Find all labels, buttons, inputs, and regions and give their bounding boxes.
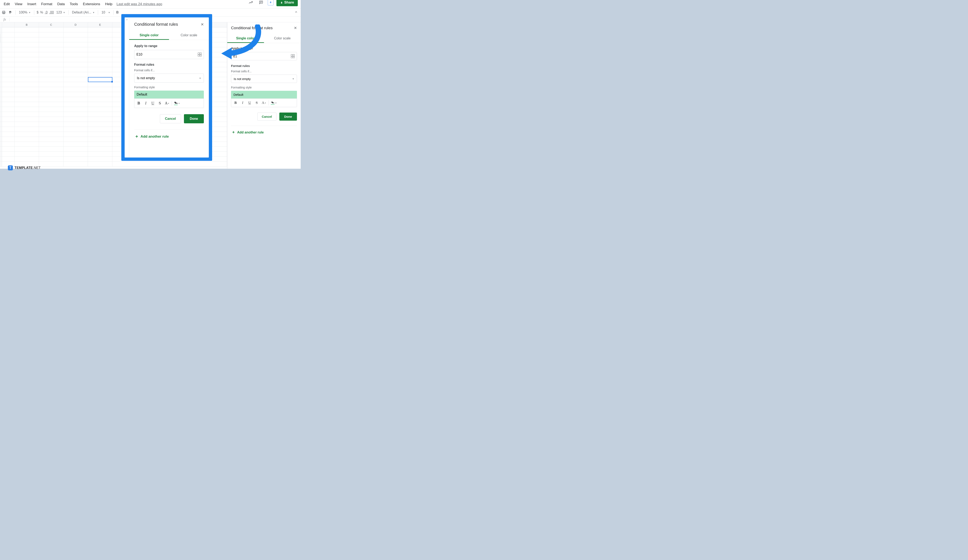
- font-dropdown[interactable]: Default (Ari... ▼: [71, 11, 95, 14]
- range-input-row: [134, 50, 204, 59]
- bold-button[interactable]: B: [232, 100, 239, 106]
- done-button[interactable]: Done: [184, 114, 204, 123]
- fill-color-button[interactable]: ▾: [270, 100, 277, 106]
- fx-icon[interactable]: fx: [0, 18, 10, 21]
- svg-point-6: [273, 102, 274, 103]
- italic-button[interactable]: I: [143, 100, 149, 106]
- range-input-row: [231, 52, 297, 60]
- done-button[interactable]: Done: [279, 112, 297, 121]
- caret-down-icon: ▼: [28, 12, 31, 14]
- last-edit-link[interactable]: Last edit was 24 minutes ago: [116, 2, 162, 6]
- range-input[interactable]: [136, 53, 198, 56]
- tab-single-color[interactable]: Single color: [129, 31, 169, 40]
- menu-view[interactable]: View: [15, 2, 22, 6]
- condition-value: Is not empty: [234, 77, 251, 81]
- menu-edit[interactable]: Edit: [4, 2, 10, 6]
- scrollbar[interactable]: [0, 33, 0, 43]
- trend-icon[interactable]: [247, 0, 254, 6]
- column-header-c[interactable]: C: [39, 22, 63, 27]
- bold-button[interactable]: B: [116, 11, 119, 14]
- column-header[interactable]: [2, 22, 15, 27]
- share-button[interactable]: Share: [277, 0, 298, 6]
- zoom-dropdown[interactable]: 100% ▼: [18, 11, 31, 14]
- brand-icon: T: [8, 165, 13, 170]
- caret-down-icon: ▼: [63, 12, 65, 14]
- panel-title: Conditional format rules: [231, 26, 273, 30]
- increase-decimal-button[interactable]: .00: [49, 11, 54, 14]
- number-format-label: 123: [56, 11, 62, 14]
- select-range-icon[interactable]: [291, 54, 295, 58]
- toolbar-collapse-button[interactable]: [295, 10, 300, 15]
- italic-button[interactable]: I: [240, 100, 246, 106]
- text-color-button[interactable]: A▾: [261, 100, 267, 106]
- style-preview: Default: [231, 91, 297, 98]
- strikethrough-button[interactable]: S: [157, 100, 163, 106]
- caret-down-icon: ▼: [93, 12, 95, 14]
- select-all-corner[interactable]: [0, 22, 2, 27]
- tab-color-scale[interactable]: Color scale: [264, 35, 301, 43]
- text-color-button[interactable]: A▾: [164, 100, 170, 106]
- format-rules-label: Format rules: [231, 64, 297, 68]
- conditional-format-panel: Conditional format rules ✕ Single color …: [227, 22, 301, 169]
- menu-extensions[interactable]: Extensions: [83, 2, 100, 6]
- zoom-value: 100%: [19, 11, 27, 14]
- strikethrough-button[interactable]: S: [254, 100, 260, 106]
- column-header-b[interactable]: B: [15, 22, 39, 27]
- brand-text: TEMPLATE.NET: [15, 166, 41, 170]
- popup-gutter: [124, 17, 129, 157]
- currency-button[interactable]: $: [37, 11, 38, 14]
- popup-title: Conditional format rules: [134, 22, 178, 27]
- bold-button[interactable]: B: [136, 100, 142, 106]
- condition-select[interactable]: Is not empty ▼: [231, 74, 297, 83]
- brand-logo: T TEMPLATE.NET: [8, 165, 41, 170]
- fill-handle[interactable]: [111, 81, 113, 83]
- apply-range-label: Apply to range: [134, 44, 204, 48]
- plus-icon: +: [136, 134, 138, 139]
- print-icon[interactable]: [1, 9, 6, 16]
- paint-format-icon[interactable]: [8, 9, 13, 16]
- brand-bar: [0, 169, 301, 174]
- separator: [269, 100, 269, 105]
- font-size-value: 10: [101, 11, 105, 14]
- condition-select[interactable]: Is not empty ▼: [134, 74, 204, 83]
- close-icon[interactable]: ✕: [294, 26, 297, 30]
- svg-point-7: [176, 103, 177, 104]
- select-range-icon[interactable]: [198, 53, 202, 56]
- column-header-e[interactable]: E: [88, 22, 113, 27]
- caret-down-icon: ▼: [199, 77, 201, 79]
- menu-format[interactable]: Format: [41, 2, 52, 6]
- tab-single-color[interactable]: Single color: [227, 35, 264, 43]
- menu-insert[interactable]: Insert: [27, 2, 36, 6]
- menu-help[interactable]: Help: [105, 2, 113, 6]
- popup-callout: Conditional format rules ✕ Single color …: [121, 14, 212, 161]
- menu-bar-right: Share: [247, 0, 298, 6]
- percent-button[interactable]: %: [40, 11, 43, 14]
- underline-button[interactable]: U: [150, 100, 156, 106]
- column-header-d[interactable]: D: [63, 22, 88, 27]
- tab-color-scale[interactable]: Color scale: [169, 31, 209, 40]
- formatting-style-label: Formatting style: [134, 86, 204, 89]
- font-size-dropdown[interactable]: 10 ▼: [101, 11, 111, 14]
- add-rule-label: Add another rule: [141, 134, 169, 139]
- format-cells-if-label: Format cells if...: [231, 69, 297, 73]
- condition-value: Is not empty: [137, 76, 155, 80]
- menu-data[interactable]: Data: [57, 2, 65, 6]
- comment-icon[interactable]: [257, 0, 265, 6]
- add-rule-label: Add another rule: [237, 131, 264, 134]
- selected-cell[interactable]: [88, 77, 113, 82]
- cancel-button[interactable]: Cancel: [257, 112, 276, 121]
- present-icon[interactable]: [268, 0, 273, 5]
- range-input[interactable]: [233, 55, 291, 58]
- close-icon[interactable]: ✕: [201, 22, 204, 27]
- menu-tools[interactable]: Tools: [70, 2, 78, 6]
- decrease-decimal-button[interactable]: .0: [45, 11, 48, 14]
- underline-button[interactable]: U: [247, 100, 253, 106]
- formatting-style-label: Formatting style: [231, 86, 297, 89]
- add-rule-button[interactable]: + Add another rule: [134, 129, 204, 142]
- fill-color-button[interactable]: ▾: [174, 100, 180, 106]
- add-rule-button[interactable]: + Add another rule: [231, 126, 297, 137]
- apply-range-label: Apply to range: [231, 46, 297, 50]
- separator: [113, 10, 114, 15]
- cancel-button[interactable]: Cancel: [160, 114, 181, 123]
- number-format-dropdown[interactable]: 123 ▼: [56, 11, 66, 14]
